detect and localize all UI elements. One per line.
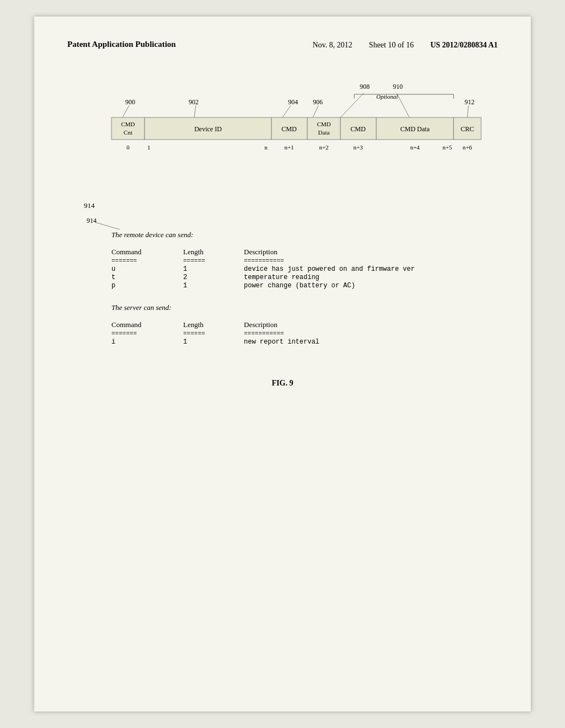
- server-sep-len: ======: [183, 330, 244, 337]
- svg-text:CMD Data: CMD Data: [401, 125, 430, 133]
- page: Patent Application Publication Nov. 8, 2…: [34, 17, 531, 711]
- remote-table-row: p 1 power change (battery or AC): [111, 282, 498, 290]
- remote-col-cmd: Command: [111, 248, 183, 256]
- publication-title: Patent Application Publication: [67, 39, 176, 50]
- svg-line-9: [467, 105, 468, 117]
- server-cmd-table: Command Length Description ======= =====…: [111, 320, 498, 346]
- ref912-label: 912: [465, 98, 475, 106]
- ref902-label: 902: [189, 98, 199, 106]
- server-col-cmd: Command: [111, 320, 183, 329]
- figure-label: FIG. 9: [67, 379, 498, 388]
- publication-date: Nov. 8, 2012: [312, 41, 352, 50]
- svg-text:n+4: n+4: [410, 144, 420, 151]
- svg-text:n+1: n+1: [284, 144, 294, 151]
- svg-text:n+2: n+2: [319, 144, 328, 151]
- remote-row-2-desc: power change (battery or AC): [244, 282, 465, 290]
- svg-text:n+6: n+6: [462, 144, 472, 151]
- remote-cmd-table: Command Length Description ======= =====…: [111, 248, 498, 290]
- remote-row-1-desc: temperature reading: [244, 274, 465, 281]
- server-table-row: i 1 new report interval: [111, 338, 498, 346]
- section-914: 914 914 The remote device can send: Comm…: [84, 201, 498, 346]
- svg-line-7: [340, 93, 364, 117]
- svg-text:CMD: CMD: [281, 125, 297, 133]
- remote-row-2-len: 1: [183, 282, 244, 290]
- remote-row-1-len: 2: [183, 274, 244, 281]
- svg-line-6: [313, 105, 318, 117]
- remote-row-0-cmd: u: [111, 265, 183, 273]
- svg-text:n+3: n+3: [353, 144, 363, 151]
- remote-col-desc: Description: [244, 248, 465, 256]
- ref904-label: 904: [288, 98, 298, 106]
- diagram-container: 908 910 900 902 904 906 Optional 912: [84, 78, 498, 190]
- remote-sep-len: ======: [183, 258, 244, 264]
- server-row-0-len: 1: [183, 338, 244, 346]
- remote-row-0-len: 1: [183, 265, 244, 273]
- ref900-label: 900: [125, 98, 135, 106]
- server-sep-desc: ===========: [244, 330, 465, 337]
- server-row-0-desc: new report interval: [244, 338, 465, 346]
- ref914-arrow: 914: [84, 215, 194, 231]
- svg-text:CRC: CRC: [461, 125, 474, 133]
- remote-row-2-cmd: p: [111, 282, 183, 290]
- header-meta: Nov. 8, 2012 Sheet 10 of 16 US 2012/0280…: [312, 39, 498, 50]
- svg-line-8: [397, 93, 409, 117]
- remote-sep-cmd: =======: [111, 258, 183, 264]
- svg-line-5: [282, 105, 291, 117]
- packet-diagram-svg: 908 910 900 902 904 906 Optional 912: [84, 78, 514, 188]
- svg-text:0: 0: [126, 144, 130, 151]
- svg-text:1: 1: [147, 144, 151, 151]
- remote-table-header: Command Length Description: [111, 248, 498, 256]
- server-table-rows: i 1 new report interval: [111, 338, 498, 346]
- server-sep-cmd: =======: [111, 330, 183, 337]
- ref910-label: 910: [393, 83, 403, 90]
- remote-row-1-cmd: t: [111, 274, 183, 281]
- svg-text:CMD: CMD: [317, 121, 331, 127]
- server-col-desc: Description: [244, 320, 465, 329]
- svg-text:Data: Data: [318, 129, 330, 136]
- remote-row-0-desc: device has just powered on and firmware …: [244, 265, 465, 273]
- page-header: Patent Application Publication Nov. 8, 2…: [67, 39, 498, 50]
- ref908-label: 908: [360, 83, 370, 90]
- remote-table-row: t 2 temperature reading: [111, 274, 498, 281]
- ref906-label: 906: [313, 98, 323, 106]
- remote-table-separator: ======= ====== ===========: [111, 258, 498, 264]
- svg-text:CMD: CMD: [121, 121, 135, 127]
- server-table-separator: ======= ====== ===========: [111, 330, 498, 337]
- remote-col-len: Length: [183, 248, 244, 256]
- remote-table-rows: u 1 device has just powered on and firmw…: [111, 265, 498, 290]
- remote-intro: The remote device can send:: [111, 231, 498, 239]
- svg-text:914: 914: [87, 217, 97, 224]
- svg-line-3: [122, 105, 129, 117]
- patent-number: US 2012/0280834 A1: [430, 41, 498, 50]
- server-row-0-cmd: i: [111, 338, 183, 346]
- svg-text:CMD: CMD: [350, 125, 366, 133]
- remote-table-row: u 1 device has just powered on and firmw…: [111, 265, 498, 273]
- svg-line-36: [95, 222, 120, 229]
- server-table-header: Command Length Description: [111, 320, 498, 329]
- remote-sep-desc: ===========: [244, 258, 465, 264]
- ref914-label: 914: [84, 201, 95, 210]
- server-col-len: Length: [183, 320, 244, 329]
- svg-line-4: [194, 105, 196, 117]
- svg-text:Device ID: Device ID: [194, 125, 222, 133]
- svg-text:n: n: [264, 144, 268, 151]
- sheet-info: Sheet 10 of 16: [369, 41, 414, 50]
- svg-text:n+5: n+5: [443, 144, 452, 151]
- server-intro: The server can send:: [111, 303, 498, 312]
- svg-text:Cnt: Cnt: [124, 129, 132, 136]
